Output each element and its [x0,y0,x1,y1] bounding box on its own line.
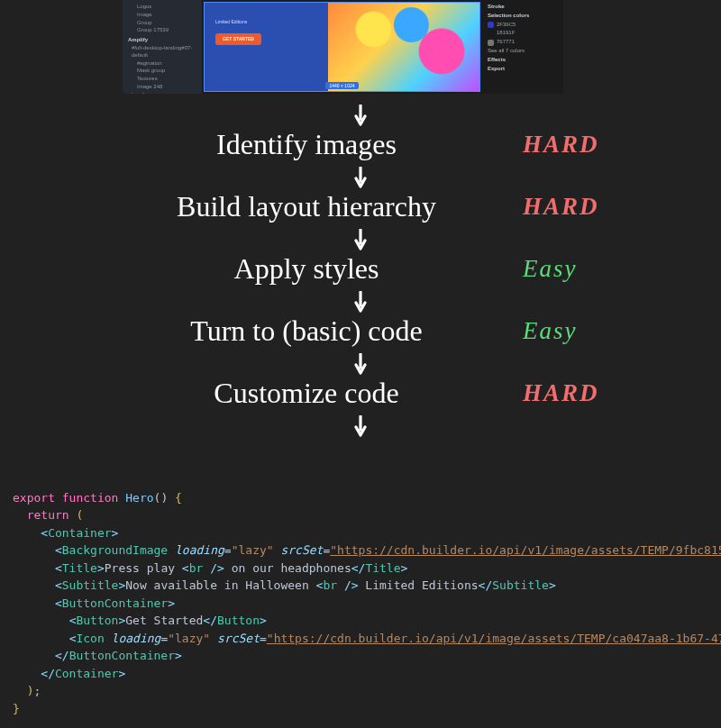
flow-diagram: Identify images HARD Build layout hierar… [0,99,721,439]
export-header: Export [488,66,558,73]
kw-return: return [27,508,69,522]
step-label: Customize code [0,377,523,410]
step-difficulty: HARD [523,379,721,407]
layer-item: Image 248 [128,84,196,91]
arrow-down-icon [354,105,367,126]
tag-br: br [189,561,204,575]
layer-item: Logos [128,4,196,11]
step-row: Identify images HARD [0,128,721,161]
layers-panel: Logos Image Group Group 17539 Amplify #f… [123,0,202,94]
stroke-header: Stroke [488,4,558,11]
layer-item: Group [128,20,196,27]
step-label: Turn to (basic) code [0,314,523,348]
effects-header: Effects [488,57,558,64]
layer-item: #agination [128,60,196,68]
tag-btncont: ButtonContainer [62,596,168,610]
color-swatch [488,31,494,37]
swatch-hex: 2F39C5 [497,22,516,29]
tag-title: Title [62,561,97,575]
layer-item: Landing pages [128,92,196,94]
inspector-panel: Stroke Selection colors 2F39C5 18191F 76… [482,0,563,94]
layer-section: Amplify [128,37,196,44]
fn-name: Hero [125,491,153,505]
swatch-row: 767771 [488,39,558,46]
step-label: Apply styles [0,252,523,286]
swatch-hex: 18191F [497,30,515,37]
attr-srcset: srcSet [280,543,323,557]
subtitle-text-a: Now available in Halloween [125,578,315,592]
kw-export: export [13,491,55,505]
tag-container: Container [48,526,111,540]
swatch-row: 2F39C5 [488,22,558,29]
step-difficulty: HARD [523,131,721,159]
color-swatch [488,40,494,46]
step-label: Build layout hierarchy [0,190,523,223]
subtitle-text-b: Limited Editions [359,578,479,592]
layer-item: Mask group [128,68,196,75]
canvas: Limited Editions GET STARTED 1440 × 1024 [204,2,480,92]
step-row: Apply styles Easy [0,252,721,286]
arrow-down-icon [354,353,367,375]
title-text-a: Press play [105,561,182,575]
arrow-down-icon [354,167,367,188]
url2: "https://cdn.builder.io/api/v1/image/ass… [267,632,721,645]
layer-item: Textures [128,76,196,83]
tag-button: Button [76,614,118,627]
layer-item: Image [128,12,196,19]
step-label: Identify images [0,128,523,161]
val-lazy: "lazy" [232,543,274,557]
design-tool-window: Logos Image Group Group 17539 Amplify #f… [123,0,563,94]
arrow-down-icon [354,229,367,250]
step-difficulty: HARD [523,193,721,221]
step-row: Turn to (basic) code Easy [0,314,721,348]
tag-subtitle: Subtitle [62,578,119,592]
code-output: export function Hero() { return ( <Conta… [13,489,721,718]
attr-loading: loading [175,543,224,557]
button-text: Get Started [125,614,203,627]
step-difficulty: Easy [523,255,721,283]
layer-item: Group 17539 [128,27,196,34]
layer-item: #full-desktop-landing#07-default [128,45,196,59]
step-row: Build layout hierarchy HARD [0,190,721,223]
step-row: Customize code HARD [0,377,721,410]
see-all-colors: See all 7 colors [488,48,558,55]
color-swatch [488,22,494,28]
selection-size-label: 1440 × 1024 [325,82,360,90]
canvas-hero-button: GET STARTED [215,33,261,45]
canvas-hero-sub: Limited Editions [215,19,247,25]
canvas-hero-image [328,3,479,91]
title-text-b: on our headphones [224,561,351,575]
swatch-row: 18191F [488,30,558,37]
arrow-down-icon [354,291,367,313]
tag-bgimg: BackgroundImage [62,543,168,557]
selection-colors-header: Selection colors [488,13,558,20]
arrow-down-icon [354,415,367,437]
swatch-hex: 767771 [497,39,515,46]
tag-icon: Icon [76,632,104,645]
url1: "https://cdn.builder.io/api/v1/image/ass… [330,543,721,557]
step-difficulty: Easy [523,317,721,345]
kw-function: function [62,491,119,505]
